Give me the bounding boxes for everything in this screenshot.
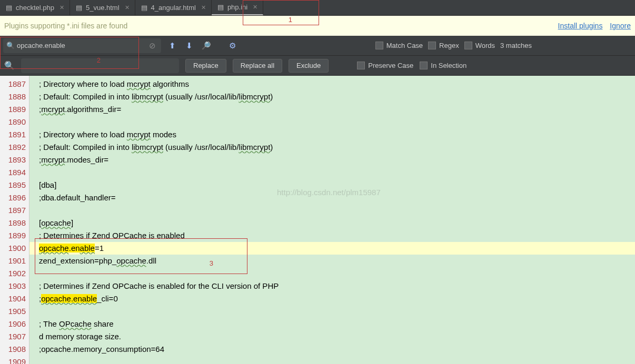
code-area[interactable]: http://blog.csdn.net/plm15987 ; Director… xyxy=(29,76,635,364)
tab-phpini[interactable]: ▤ php.ini ✕ xyxy=(212,0,263,15)
tab-label: 4_angular.html xyxy=(151,4,196,12)
in-selection-checkbox[interactable]: In Selection xyxy=(420,62,467,69)
line-number: 1902 xyxy=(0,267,26,280)
replace-icon: 🔍 xyxy=(4,60,15,70)
match-case-label: Match Case xyxy=(386,42,423,49)
words-checkbox[interactable]: Words xyxy=(464,42,495,49)
file-icon: ▤ xyxy=(75,4,83,12)
line-number: 1891 xyxy=(0,128,26,141)
line-number: 1889 xyxy=(0,103,26,116)
ignore-link[interactable]: Ignore xyxy=(610,22,631,30)
line-number: 1892 xyxy=(0,141,26,154)
line-number: 1900 xyxy=(0,242,26,255)
file-icon: ▤ xyxy=(141,4,148,12)
next-match-icon[interactable]: ⬇ xyxy=(183,41,195,50)
match-count: 3 matches xyxy=(500,42,532,49)
line-number: 1903 xyxy=(0,280,26,292)
gutter: 1887188818891890189118921893189418951896… xyxy=(0,76,29,364)
replace-bar: 🔍 Replace Replace all Exclude Preserve C… xyxy=(0,56,635,76)
clear-icon[interactable]: ⊘ xyxy=(146,41,158,50)
tab-label: 5_vue.html xyxy=(86,4,120,12)
line-number: 1895 xyxy=(0,179,26,191)
settings-icon[interactable]: ⚙ xyxy=(226,41,238,50)
tab-checktel[interactable]: ▤ checktel.php ✕ xyxy=(0,0,70,15)
words-label: Words xyxy=(475,42,495,49)
preserve-case-label: Preserve Case xyxy=(368,62,413,69)
find-all-icon[interactable]: 🔎 xyxy=(200,41,212,50)
editor: 1887188818891890189118921893189418951896… xyxy=(0,76,635,364)
exclude-button[interactable]: Exclude xyxy=(289,59,329,73)
regex-checkbox[interactable]: Regex xyxy=(428,42,459,49)
tab-bar: ▤ checktel.php ✕ ▤ 5_vue.html ✕ ▤ 4_angu… xyxy=(0,0,635,16)
close-icon[interactable]: ✕ xyxy=(59,4,64,11)
replace-input[interactable] xyxy=(21,58,179,73)
preserve-case-checkbox[interactable]: Preserve Case xyxy=(357,62,413,69)
line-number: 1907 xyxy=(0,330,26,343)
line-number: 1890 xyxy=(0,116,26,128)
line-number: 1905 xyxy=(0,305,26,318)
line-number: 1901 xyxy=(0,255,26,267)
close-icon[interactable]: ✕ xyxy=(125,4,130,11)
search-icon: 🔍 xyxy=(6,42,15,49)
tab-vue[interactable]: ▤ 5_vue.html ✕ xyxy=(70,0,135,15)
notification-links: Install plugins Ignore xyxy=(553,22,631,30)
tab-label: php.ini xyxy=(227,3,247,11)
line-number: 1887 xyxy=(0,78,26,90)
close-icon[interactable]: ✕ xyxy=(253,4,257,11)
close-icon[interactable]: ✕ xyxy=(201,4,206,11)
line-number: 1888 xyxy=(0,90,26,103)
line-number: 1896 xyxy=(0,191,26,204)
line-number: 1909 xyxy=(0,356,26,364)
prev-match-icon[interactable]: ⬆ xyxy=(166,41,178,50)
line-number: 1904 xyxy=(0,292,26,305)
line-number: 1899 xyxy=(0,229,26,242)
search-input[interactable] xyxy=(17,42,146,49)
file-icon: ▤ xyxy=(5,4,13,12)
replace-button[interactable]: Replace xyxy=(185,59,226,73)
notification-text: Plugins supporting *.ini files are found xyxy=(4,22,127,30)
line-number: 1898 xyxy=(0,217,26,229)
tab-label: checktel.php xyxy=(16,4,54,12)
install-plugins-link[interactable]: Install plugins xyxy=(558,22,603,30)
line-number: 1897 xyxy=(0,204,26,217)
line-number: 1908 xyxy=(0,343,26,356)
line-number: 1893 xyxy=(0,154,26,166)
search-bar: 🔍 ⊘ ⬆ ⬇ 🔎 ⚙ Match Case Regex Words 3 mat… xyxy=(0,36,635,56)
replace-all-button[interactable]: Replace all xyxy=(233,59,282,73)
regex-label: Regex xyxy=(439,42,459,49)
tab-angular[interactable]: ▤ 4_angular.html ✕ xyxy=(135,0,212,15)
line-number: 1906 xyxy=(0,318,26,330)
search-field-wrap: 🔍 ⊘ xyxy=(3,38,161,53)
file-icon: ▤ xyxy=(217,4,224,11)
line-number: 1894 xyxy=(0,166,26,179)
match-case-checkbox[interactable]: Match Case xyxy=(375,42,423,49)
plugin-notification: Plugins supporting *.ini files are found… xyxy=(0,16,635,36)
in-selection-label: In Selection xyxy=(431,62,467,69)
